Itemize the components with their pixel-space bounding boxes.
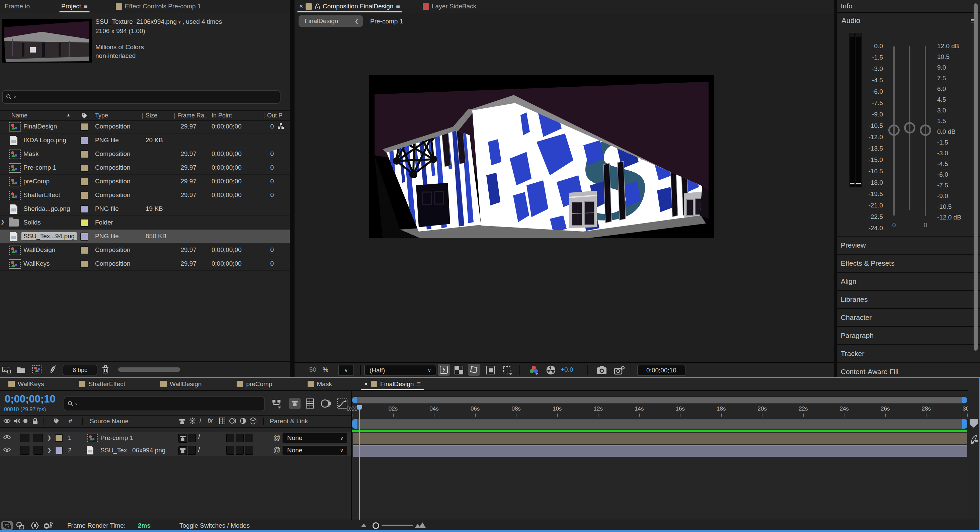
layer-switches-pane-button[interactable] bbox=[2, 521, 13, 530]
label-color-swatch[interactable] bbox=[80, 246, 88, 254]
time-ruler[interactable]: 0:0002s04s06s08s10s12s14s16s18s20s22s24s… bbox=[352, 405, 967, 419]
table-row[interactable]: Pre-comp 1 Composition 29.97 0;00;00;00 … bbox=[0, 161, 290, 175]
region-of-interest-button[interactable] bbox=[468, 364, 480, 376]
panel-divider[interactable] bbox=[834, 0, 837, 377]
audio-panel-header[interactable]: Audio ≡ bbox=[837, 14, 980, 28]
timeline-navigator-bar[interactable] bbox=[352, 397, 967, 403]
fx-column-icon[interactable]: fx bbox=[207, 417, 213, 425]
search-options-icon[interactable]: ∨ bbox=[75, 402, 78, 406]
frame-blend-toggle[interactable] bbox=[226, 446, 234, 455]
item-name[interactable]: FinalDesign bbox=[21, 122, 59, 130]
info-panel-header[interactable]: Info bbox=[837, 0, 980, 13]
panel-menu-icon[interactable]: ≡ bbox=[84, 3, 88, 10]
timeline-zoom-track[interactable] bbox=[382, 525, 413, 526]
bit-depth-button[interactable]: 8 bpc bbox=[63, 365, 97, 375]
item-name[interactable]: ShatterEffect bbox=[21, 191, 62, 199]
table-row[interactable]: ❯ Solids Folder bbox=[0, 216, 290, 230]
close-icon[interactable]: × bbox=[364, 380, 368, 388]
lock-column-icon[interactable] bbox=[32, 417, 38, 425]
interpret-footage-icon[interactable] bbox=[2, 366, 11, 373]
solo-column-icon[interactable] bbox=[24, 419, 27, 423]
label-color-swatch[interactable] bbox=[80, 123, 88, 131]
panel-section[interactable]: Align bbox=[837, 272, 980, 290]
col-out-point[interactable]: Out P bbox=[267, 112, 283, 119]
exposure-shutter-icon[interactable] bbox=[546, 365, 555, 375]
layer-bar-1[interactable] bbox=[353, 433, 967, 444]
table-row[interactable]: IXDA Logo.png PNG file 20 KB bbox=[0, 133, 290, 147]
label-color-swatch[interactable] bbox=[80, 150, 88, 158]
panel-divider[interactable] bbox=[290, 0, 294, 377]
adjustment-layer-column-icon[interactable] bbox=[240, 418, 247, 424]
zoom-value[interactable]: 50 bbox=[309, 366, 316, 373]
frame-blend-toggle[interactable] bbox=[226, 434, 234, 442]
label-column-icon[interactable] bbox=[81, 113, 88, 119]
motion-blur-icon[interactable] bbox=[321, 399, 331, 408]
pickwhip-icon[interactable]: @ bbox=[273, 446, 280, 454]
layer-row[interactable]: ❯ 2 SSU_Tex...06x994.png / @ None ∨ bbox=[0, 444, 352, 456]
project-search[interactable]: ∨ bbox=[2, 91, 280, 104]
frame-blend-column-icon[interactable] bbox=[219, 418, 225, 424]
table-row[interactable]: FinalDesign Composition 29.97 0;00;00;00… bbox=[0, 120, 290, 133]
item-name[interactable]: Solids bbox=[21, 219, 43, 227]
render-time-snail-icon[interactable] bbox=[43, 522, 53, 530]
tab-composition-finaldesign[interactable]: × Composition FinalDesign ≡ bbox=[294, 0, 405, 13]
delete-trash-icon[interactable] bbox=[102, 365, 109, 374]
guides-grid-options-icon[interactable] bbox=[502, 365, 512, 375]
layer-label-swatch[interactable] bbox=[55, 434, 63, 442]
table-row[interactable]: ShatterEffect Composition 29.97 0;00;00;… bbox=[0, 188, 290, 202]
timeline-search-input[interactable] bbox=[79, 400, 261, 408]
channel-rgb-icon[interactable] bbox=[529, 365, 539, 375]
solo-lock-toggle[interactable] bbox=[33, 446, 43, 455]
shy-toggle[interactable] bbox=[178, 434, 187, 443]
panel-menu-icon[interactable]: ≡ bbox=[396, 3, 400, 10]
fast-previews-button[interactable] bbox=[438, 364, 450, 376]
col-parent-link[interactable]: Parent & Link bbox=[270, 418, 308, 425]
project-search-input[interactable] bbox=[18, 93, 277, 101]
audio-toggle[interactable] bbox=[20, 434, 29, 442]
zoom-out-mountain-icon[interactable] bbox=[361, 524, 367, 527]
comp-button-quill-icon[interactable] bbox=[969, 434, 978, 444]
viewer-timecode[interactable]: 0;00;00;10 bbox=[637, 365, 686, 376]
tab-project[interactable]: Project ≡ bbox=[57, 0, 92, 13]
label-color-swatch[interactable] bbox=[80, 137, 88, 145]
label-color-swatch[interactable] bbox=[80, 205, 88, 213]
transparency-grid-icon[interactable] bbox=[455, 366, 463, 375]
resolution-dropdown[interactable]: (Half)∨ bbox=[364, 365, 436, 376]
panel-menu-icon[interactable]: ≡ bbox=[417, 380, 421, 388]
col-in-point[interactable]: In Point bbox=[212, 112, 232, 119]
zoom-in-mountains-icon[interactable] bbox=[415, 522, 427, 528]
item-name[interactable]: Sherida...go.png bbox=[21, 205, 72, 213]
table-row[interactable]: SSU_Tex...94.png PNG file 850 KB bbox=[0, 230, 290, 243]
audio-column-icon[interactable] bbox=[13, 418, 20, 424]
timeline-zoom-knob[interactable] bbox=[372, 522, 379, 529]
3d-layer-toggle[interactable] bbox=[245, 434, 253, 442]
timeline-tab[interactable]: ShatterEffect bbox=[71, 378, 137, 390]
panel-section[interactable]: Libraries bbox=[837, 290, 980, 308]
item-name[interactable]: IXDA Logo.png bbox=[21, 136, 68, 144]
label-column-icon[interactable] bbox=[53, 418, 60, 424]
label-color-swatch[interactable] bbox=[80, 260, 88, 268]
quality-column-icon[interactable]: / bbox=[199, 417, 202, 425]
audio-toggle[interactable] bbox=[20, 446, 29, 455]
tab-layer-sideback[interactable]: Layer SideBack bbox=[418, 0, 481, 13]
item-name[interactable]: WallKeys bbox=[21, 260, 51, 268]
close-icon[interactable]: × bbox=[299, 3, 303, 10]
new-composition-icon[interactable] bbox=[32, 365, 42, 374]
footage-dropdown-icon[interactable]: ▾ bbox=[178, 20, 181, 25]
frame-blend-icon[interactable] bbox=[305, 399, 315, 408]
table-row[interactable]: preComp Composition 29.97 0;00;00;00 0 bbox=[0, 175, 290, 188]
slider-knob-right[interactable] bbox=[920, 124, 931, 136]
comp-mini-flowchart-icon[interactable] bbox=[272, 399, 282, 409]
show-snapshot-icon[interactable] bbox=[614, 366, 625, 375]
motion-blur-toggle[interactable] bbox=[235, 446, 243, 455]
layer-visibility-eye-icon[interactable] bbox=[3, 435, 11, 440]
breadcrumb-current[interactable]: Pre-comp 1 bbox=[370, 18, 403, 25]
timeline-tab[interactable]: WallDesign bbox=[152, 378, 213, 390]
twirl-icon[interactable]: ❯ bbox=[47, 447, 51, 453]
3d-layer-toggle[interactable] bbox=[245, 446, 253, 455]
composition-render[interactable]: S bbox=[369, 75, 714, 238]
unlock-icon[interactable] bbox=[315, 3, 320, 10]
new-folder-icon[interactable] bbox=[16, 365, 26, 373]
graph-editor-icon[interactable] bbox=[337, 399, 347, 408]
quality-toggle[interactable]: / bbox=[198, 445, 200, 453]
